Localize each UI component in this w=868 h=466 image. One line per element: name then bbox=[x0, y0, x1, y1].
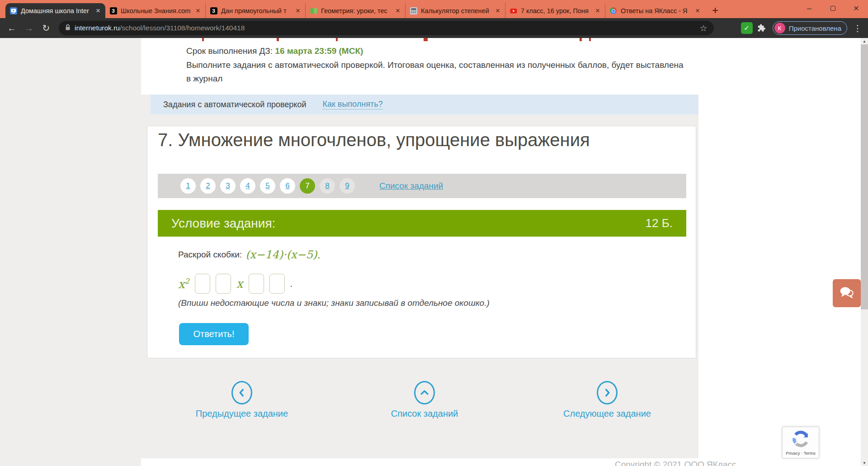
avatar: К bbox=[774, 23, 785, 33]
instructions-line-1: Выполните задания с автоматической прове… bbox=[186, 60, 684, 70]
task-number-7-active[interactable]: 7 bbox=[300, 178, 315, 194]
task-prompt-row: Раскрой скобки: (x−14)·(x−5). bbox=[178, 248, 321, 261]
task-number-8[interactable]: 8 bbox=[320, 178, 335, 194]
answer-input-1[interactable] bbox=[195, 274, 210, 294]
chevron-left-icon bbox=[231, 381, 252, 404]
task-list-nav-label: Список заданий bbox=[391, 409, 458, 419]
answer-trailing-dot: . bbox=[290, 279, 293, 289]
close-icon[interactable]: × bbox=[694, 7, 701, 14]
task-prompt: Раскрой скобки: bbox=[178, 250, 242, 260]
deadline-label: Срок выполнения ДЗ: bbox=[186, 46, 273, 56]
recaptcha-badge[interactable]: Privacy · Terms bbox=[782, 427, 819, 458]
answer-input-4[interactable] bbox=[269, 274, 285, 294]
previous-task-label: Предыдущее задание bbox=[196, 409, 288, 419]
back-icon[interactable]: ← bbox=[5, 21, 19, 35]
new-tab-button[interactable]: + bbox=[712, 5, 718, 16]
next-task-nav[interactable]: Следующее задание bbox=[516, 381, 698, 419]
tab-calculator[interactable]: Калькулятор степеней × bbox=[405, 3, 505, 18]
scrollbar[interactable]: ▲ ▼ bbox=[861, 38, 868, 466]
tab-interneturok[interactable]: Домашняя школа Inter × bbox=[5, 3, 105, 18]
tab-title: 7 класс, 16 урок, Поня bbox=[521, 7, 591, 14]
scroll-up-icon[interactable]: ▲ bbox=[861, 38, 868, 44]
task-card: 7. Умножение многочленов, упрощение выра… bbox=[147, 126, 696, 358]
tab-youtube[interactable]: 7 класс, 16 урок, Поня × bbox=[505, 3, 605, 18]
minimize-button[interactable]: – bbox=[797, 0, 821, 16]
close-icon[interactable]: × bbox=[195, 7, 201, 14]
webstore-favicon bbox=[609, 7, 617, 14]
submit-answer-button[interactable]: Ответить! bbox=[179, 323, 249, 345]
task-list-nav[interactable]: Список заданий bbox=[333, 381, 516, 419]
task-number-1[interactable]: 1 bbox=[180, 178, 196, 194]
recaptcha-logo-icon bbox=[792, 430, 810, 450]
answer-mid-variable: x bbox=[236, 277, 243, 290]
tab-title: Геометрия: уроки, тес bbox=[321, 7, 391, 14]
maximize-button[interactable] bbox=[821, 0, 844, 16]
interneturok-favicon bbox=[9, 7, 17, 14]
tab-title: Ответы на ЯКласс - Я bbox=[621, 7, 691, 14]
browser-window: Домашняя школа Inter × З Школьные Знания… bbox=[0, 0, 868, 466]
window-close-button[interactable]: × bbox=[844, 0, 868, 16]
next-task-label: Следующее задание bbox=[563, 409, 651, 419]
close-icon[interactable]: × bbox=[395, 7, 401, 14]
reload-icon[interactable]: ↻ bbox=[39, 21, 53, 35]
answer-input-2[interactable] bbox=[216, 274, 231, 294]
tab-znanija-2[interactable]: З Дан прямоугольный т × bbox=[205, 3, 305, 18]
geometry-favicon bbox=[310, 7, 317, 14]
recaptcha-privacy-terms[interactable]: Privacy · Terms bbox=[786, 451, 815, 456]
calculator-favicon bbox=[410, 7, 417, 14]
task-list-link[interactable]: Список заданий bbox=[379, 181, 443, 191]
answer-input-3[interactable] bbox=[249, 274, 264, 294]
task-title: 7. Умножение многочленов, упрощение выра… bbox=[158, 130, 590, 150]
browser-toolbar: ← → ↻ interneturok.ru/school/lesson/3110… bbox=[0, 18, 868, 38]
chat-bubbles-icon bbox=[840, 286, 854, 300]
chevron-up-icon bbox=[414, 381, 435, 404]
close-icon[interactable]: × bbox=[594, 7, 601, 14]
close-icon[interactable]: × bbox=[295, 7, 301, 14]
scrollbar-thumb[interactable] bbox=[861, 44, 868, 309]
condition-label: Условие задания: bbox=[171, 216, 275, 231]
scroll-down-icon[interactable]: ▼ bbox=[861, 460, 868, 466]
lock-icon bbox=[65, 24, 71, 33]
task-number-nav: 1 2 3 4 5 6 7 8 9 Список заданий bbox=[158, 174, 686, 198]
task-number-9[interactable]: 9 bbox=[340, 178, 355, 194]
task-number-4[interactable]: 4 bbox=[240, 178, 255, 194]
tab-geometry[interactable]: Геометрия: уроки, тес × bbox=[305, 3, 405, 18]
chat-widget-button[interactable] bbox=[833, 279, 861, 307]
chevron-right-icon bbox=[597, 381, 618, 404]
forward-icon[interactable]: → bbox=[22, 21, 36, 35]
deadline-value: 16 марта 23:59 (МСК) bbox=[275, 46, 363, 56]
task-number-3[interactable]: 3 bbox=[220, 178, 236, 194]
page-viewport: Срок выполнения ДЗ: 16 марта 23:59 (МСК)… bbox=[0, 38, 868, 466]
clipped-text-remnant bbox=[336, 38, 338, 41]
close-icon[interactable]: × bbox=[495, 7, 501, 14]
tab-znanija-1[interactable]: З Школьные Знания.com × bbox=[105, 3, 205, 18]
tab-yaklass-answers[interactable]: Ответы на ЯКласс - Я × bbox=[605, 3, 705, 18]
address-bar[interactable]: interneturok.ru/school/lesson/31108/home… bbox=[59, 21, 714, 35]
autocheck-bar: Задания с автоматической проверкой Как в… bbox=[151, 95, 698, 114]
extension-check-icon[interactable]: ✓ bbox=[741, 22, 753, 34]
how-to-complete-link[interactable]: Как выполнять? bbox=[323, 100, 383, 109]
task-number-5[interactable]: 5 bbox=[260, 178, 275, 194]
extensions-puzzle-icon[interactable] bbox=[755, 24, 767, 33]
url-text: interneturok.ru/school/lesson/31108/home… bbox=[75, 24, 245, 32]
answer-row: x2 x . bbox=[178, 274, 292, 294]
bookmark-star-icon[interactable]: ☆ bbox=[700, 23, 708, 33]
points-badge: 12 Б. bbox=[646, 216, 673, 230]
clipped-text-remnant bbox=[589, 38, 591, 41]
znanija-favicon: З bbox=[109, 7, 117, 14]
clipped-text-remnant bbox=[202, 38, 204, 41]
task-formula: (x−14)·(x−5). bbox=[245, 248, 321, 261]
profile-status-label: Приостановлена bbox=[789, 24, 841, 32]
close-icon[interactable]: × bbox=[95, 7, 101, 14]
autocheck-label: Задания с автоматической проверкой bbox=[163, 100, 307, 109]
clipped-text-remnant bbox=[424, 38, 428, 41]
bottom-navigation: Предыдущее задание Список заданий Следую… bbox=[151, 381, 698, 419]
tab-title: Домашняя школа Inter bbox=[21, 7, 91, 14]
task-number-6[interactable]: 6 bbox=[280, 178, 295, 194]
tab-title: Дан прямоугольный т bbox=[221, 7, 291, 14]
browser-menu-icon[interactable]: ⋮ bbox=[852, 23, 863, 33]
previous-task-nav[interactable]: Предыдущее задание bbox=[151, 381, 333, 419]
clipped-text-remnant bbox=[580, 38, 582, 41]
profile-chip[interactable]: К Приостановлена bbox=[773, 21, 847, 35]
task-number-2[interactable]: 2 bbox=[200, 178, 216, 194]
